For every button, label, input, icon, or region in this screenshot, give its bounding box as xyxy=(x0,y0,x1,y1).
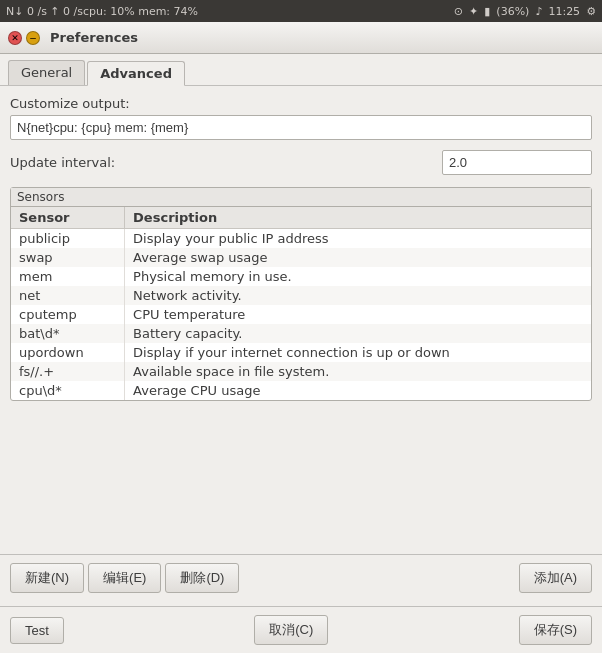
sensor-description: CPU temperature xyxy=(125,305,591,324)
delete-button[interactable]: 删除(D) xyxy=(165,563,239,593)
sensors-title: Sensors xyxy=(11,188,591,207)
sysbar-settings-icon[interactable]: ⚙ xyxy=(586,5,596,18)
window-controls: ✕ − xyxy=(8,31,40,45)
left-action-group: Test xyxy=(10,617,64,644)
sensor-description: Average swap usage xyxy=(125,248,591,267)
sysbar-left: N↓ 0 /s ↑ 0 /scpu: 10% mem: 74% xyxy=(6,5,198,18)
sensor-name: bat\d* xyxy=(11,324,125,343)
sysbar-volume-icon: ♪ xyxy=(535,5,542,18)
col-description: Description xyxy=(125,207,591,229)
sysbar-wifi-icon: ⊙ xyxy=(454,5,463,18)
minimize-button[interactable]: − xyxy=(26,31,40,45)
tab-general[interactable]: General xyxy=(8,60,85,85)
sensor-name: upordown xyxy=(11,343,125,362)
sensor-description: Average CPU usage xyxy=(125,381,591,400)
sensors-group: Sensors Sensor Description publicipDispl… xyxy=(10,187,592,401)
sysbar-bt-icon: ✦ xyxy=(469,5,478,18)
sensor-name: swap xyxy=(11,248,125,267)
sensor-description: Network activity. xyxy=(125,286,591,305)
col-sensor: Sensor xyxy=(11,207,125,229)
sysbar-battery: (36%) xyxy=(496,5,529,18)
sensor-name: fs//.+ xyxy=(11,362,125,381)
sysbar-battery-icon: ▮ xyxy=(484,5,490,18)
interval-input[interactable] xyxy=(442,150,592,175)
tab-content: Customize output: Update interval: Senso… xyxy=(0,86,602,411)
preferences-window: ✕ − Preferences General Advanced Customi… xyxy=(0,22,602,653)
add-button[interactable]: 添加(A) xyxy=(519,563,592,593)
sensor-description: Display your public IP address xyxy=(125,229,591,249)
save-button[interactable]: 保存(S) xyxy=(519,615,592,645)
sensor-name: cputemp xyxy=(11,305,125,324)
edit-buttons-bar: 新建(N) 编辑(E) 删除(D) 添加(A) xyxy=(0,554,602,601)
interval-row: Update interval: xyxy=(10,150,592,175)
window-title: Preferences xyxy=(50,30,138,45)
sensor-description: Available space in file system. xyxy=(125,362,591,381)
table-row[interactable]: cputempCPU temperature xyxy=(11,305,591,324)
sensor-name: publicip xyxy=(11,229,125,249)
titlebar: ✕ − Preferences xyxy=(0,22,602,54)
table-row[interactable]: fs//.+Available space in file system. xyxy=(11,362,591,381)
table-row[interactable]: netNetwork activity. xyxy=(11,286,591,305)
table-row[interactable]: cpu\d*Average CPU usage xyxy=(11,381,591,400)
action-bar: Test 取消(C) 保存(S) xyxy=(0,606,602,653)
tabs-row: General Advanced xyxy=(0,54,602,86)
system-bar: N↓ 0 /s ↑ 0 /scpu: 10% mem: 74% ⊙ ✦ ▮ (3… xyxy=(0,0,602,22)
cancel-button[interactable]: 取消(C) xyxy=(254,615,328,645)
table-row[interactable]: upordownDisplay if your internet connect… xyxy=(11,343,591,362)
customize-input[interactable] xyxy=(10,115,592,140)
sensor-name: mem xyxy=(11,267,125,286)
table-row[interactable]: swapAverage swap usage xyxy=(11,248,591,267)
customize-label: Customize output: xyxy=(10,96,592,111)
interval-label: Update interval: xyxy=(10,155,115,170)
sensors-table: Sensor Description publicipDisplay your … xyxy=(11,207,591,400)
table-header-row: Sensor Description xyxy=(11,207,591,229)
sysbar-time: 11:25 xyxy=(548,5,580,18)
tab-advanced[interactable]: Advanced xyxy=(87,61,185,86)
sensor-name: cpu\d* xyxy=(11,381,125,400)
table-row[interactable]: publicipDisplay your public IP address xyxy=(11,229,591,249)
new-button[interactable]: 新建(N) xyxy=(10,563,84,593)
edit-button[interactable]: 编辑(E) xyxy=(88,563,161,593)
table-row[interactable]: memPhysical memory in use. xyxy=(11,267,591,286)
sensor-name: net xyxy=(11,286,125,305)
close-button[interactable]: ✕ xyxy=(8,31,22,45)
sensor-description: Display if your internet connection is u… xyxy=(125,343,591,362)
sensor-description: Battery capacity. xyxy=(125,324,591,343)
sensor-description: Physical memory in use. xyxy=(125,267,591,286)
test-button[interactable]: Test xyxy=(10,617,64,644)
table-row[interactable]: bat\d*Battery capacity. xyxy=(11,324,591,343)
